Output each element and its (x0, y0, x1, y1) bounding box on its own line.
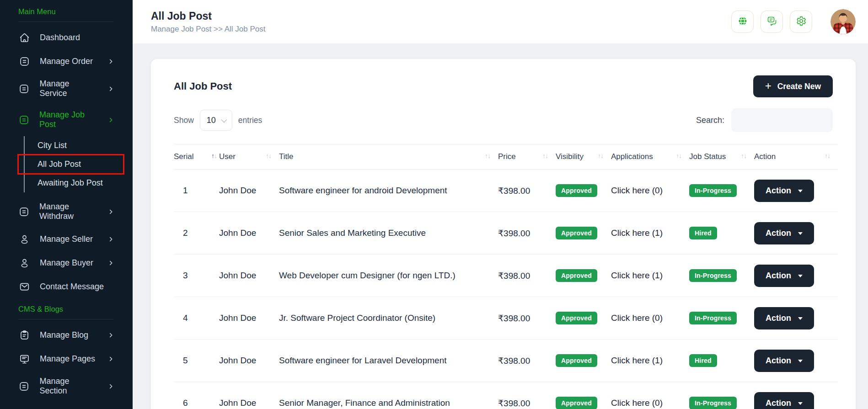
sort-arrows-icon[interactable]: ↑↓ (676, 152, 682, 159)
action-button[interactable]: Action (754, 180, 814, 202)
column-header-user[interactable]: User ↑↓ (219, 144, 279, 170)
search-group: Search: (696, 108, 833, 132)
visibility-badge: Approved (556, 312, 597, 324)
applications-link[interactable]: Click here (0) (611, 313, 663, 323)
table-row: 1 John Doe Software engineer for android… (174, 170, 838, 212)
cell-title: Software engineer for android Developmen… (279, 170, 498, 212)
applications-link[interactable]: Click here (0) (611, 186, 663, 195)
sidebar-section-label: Setting & Configuration (0, 402, 133, 409)
cell-price: ₹398.00 (498, 382, 556, 409)
sidebar-item-dashboard[interactable]: Dashboard (0, 26, 133, 49)
sidebar-item-manage-buyer[interactable]: Manage Buyer (0, 251, 133, 275)
home-icon (18, 32, 30, 43)
sidebar-item-label: Manage Job Post (39, 110, 98, 129)
service-icon (18, 83, 30, 95)
applications-link[interactable]: Click here (1) (611, 271, 663, 280)
column-header-title[interactable]: Title ↑↓ (279, 144, 498, 170)
all-job-post-card: All Job Post + Create New Show 10 entrie… (151, 59, 856, 409)
caret-down-icon (798, 317, 803, 320)
table-row: 2 John Doe Senior Sales and Marketing Ex… (174, 212, 838, 255)
caret-down-icon (798, 402, 803, 405)
column-header-label: Action (754, 152, 776, 161)
action-button[interactable]: Action (754, 350, 814, 372)
cell-user: John Doe (219, 170, 279, 212)
column-header-serial[interactable]: Serial ↑↓ (174, 144, 219, 170)
chevron-right-icon (107, 236, 114, 243)
sidebar-subitem-city-list[interactable]: City List (25, 136, 124, 155)
sidebar-item-manage-blog[interactable]: Manage Blog (0, 323, 133, 347)
pages-icon (18, 353, 30, 365)
caret-down-icon (798, 232, 803, 235)
job-status-badge: In-Progress (689, 184, 737, 197)
blog-icon (18, 329, 30, 341)
sort-arrows-icon[interactable]: ↑↓ (266, 152, 272, 159)
search-input[interactable] (731, 108, 833, 132)
divider (18, 21, 113, 22)
sort-arrows-icon[interactable]: ↑↓ (212, 152, 217, 159)
language-globe-button[interactable] (731, 11, 754, 33)
applications-link[interactable]: Click here (1) (611, 356, 663, 365)
sidebar-item-manage-withdraw[interactable]: Manage Withdraw (0, 196, 133, 227)
chevron-down-icon (221, 117, 227, 122)
sort-arrows-icon[interactable]: ↑↓ (598, 152, 604, 159)
cell-user: John Doe (219, 382, 279, 409)
action-button[interactable]: Action (754, 307, 814, 329)
column-header-label: Applications (611, 152, 653, 161)
sidebar-item-manage-service[interactable]: Manage Service (0, 73, 133, 104)
action-button[interactable]: Action (754, 392, 814, 409)
sidebar-item-manage-job-post[interactable]: Manage Job Post (0, 104, 133, 135)
content-area: All Job Post + Create New Show 10 entrie… (133, 43, 868, 409)
visibility-badge: Approved (556, 184, 597, 197)
cell-title: Senior Sales and Marketing Executive (279, 212, 498, 255)
column-header-price[interactable]: Price ↑↓ (498, 144, 556, 170)
table-row: 6 John Doe Senior Manager, Finance and A… (174, 382, 838, 409)
cell-serial: 5 (174, 340, 219, 382)
page-size-group: Show 10 entries (174, 110, 262, 131)
sidebar-item-label: Manage Buyer (40, 258, 93, 268)
section-icon (18, 380, 30, 392)
chevron-right-icon (107, 332, 114, 339)
chevron-right-icon (107, 58, 114, 65)
cell-price: ₹398.00 (498, 340, 556, 382)
page-size-select[interactable]: 10 (200, 110, 232, 131)
applications-link[interactable]: Click here (0) (611, 398, 663, 408)
sidebar-item-label: Manage Withdraw (39, 202, 98, 221)
column-header-job-status[interactable]: Job Status ↑↓ (689, 144, 754, 170)
gear-icon (796, 16, 807, 28)
chevron-right-icon (107, 85, 114, 92)
job-post-table: Serial ↑↓ User ↑↓ Title ↑↓ Price ↑↓ Visi… (174, 144, 838, 409)
applications-link[interactable]: Click here (1) (611, 228, 663, 238)
main-area: All Job Post Manage Job Post >> All Job … (133, 0, 868, 409)
sidebar: Main Menu Dashboard Manage Order Manage … (0, 0, 133, 409)
column-header-label: Job Status (689, 152, 726, 161)
sidebar-item-manage-seller[interactable]: Manage Seller (0, 227, 133, 251)
sidebar-subitem-all-job-post[interactable]: All Job Post (25, 155, 124, 174)
sidebar-item-contact-message[interactable]: Contact Message (0, 275, 133, 298)
sort-arrows-icon[interactable]: ↑↓ (543, 152, 548, 159)
sort-arrows-icon[interactable]: ↑↓ (825, 152, 830, 159)
create-new-button[interactable]: + Create New (753, 75, 833, 97)
cell-serial: 2 (174, 212, 219, 255)
divider (18, 319, 113, 319)
sort-arrows-icon[interactable]: ↑↓ (485, 152, 491, 159)
action-button[interactable]: Action (754, 222, 814, 244)
sidebar-item-manage-section[interactable]: Manage Section (0, 371, 133, 402)
topbar-actions (731, 9, 856, 34)
column-header-visibility[interactable]: Visibility ↑↓ (556, 144, 611, 170)
sidebar-section: CMS & Blogs Manage Blog Manage Pages Man… (0, 298, 133, 402)
column-header-applications[interactable]: Applications ↑↓ (611, 144, 689, 170)
user-avatar[interactable] (830, 9, 856, 34)
sidebar-section: Setting & Configuration Setting (0, 402, 133, 409)
sidebar-item-manage-pages[interactable]: Manage Pages (0, 347, 133, 371)
settings-button[interactable] (790, 11, 812, 33)
chevron-right-icon (107, 383, 114, 390)
sidebar-subitem-awaiting-job-post[interactable]: Awaiting Job Post (25, 174, 124, 192)
sort-arrows-icon[interactable]: ↑↓ (741, 152, 747, 159)
action-button[interactable]: Action (754, 265, 814, 287)
cell-serial: 6 (174, 382, 219, 409)
messages-button[interactable] (761, 11, 783, 33)
column-header-action[interactable]: Action ↑↓ (754, 144, 838, 170)
job-status-badge: Hired (689, 227, 717, 239)
sidebar-item-manage-order[interactable]: Manage Order (0, 49, 133, 73)
column-header-label: Serial (174, 152, 193, 161)
